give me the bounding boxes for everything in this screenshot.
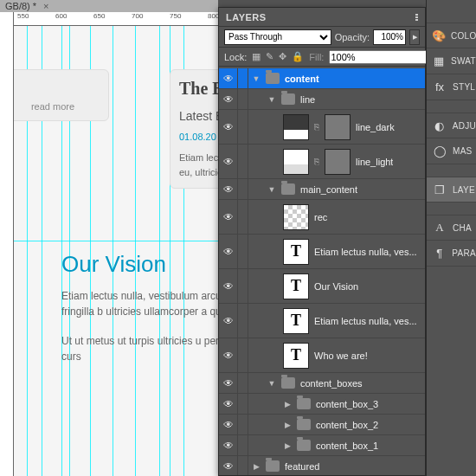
panel-tab-styles[interactable]: fxSTYL (427, 74, 476, 100)
lock-position-icon[interactable]: ✥ (279, 51, 286, 63)
twirl-right-icon[interactable] (283, 421, 292, 429)
visibility-icon[interactable]: 👁 (219, 415, 238, 434)
twirl-down-icon[interactable] (267, 95, 276, 104)
document-tab[interactable]: GB/8) * × (0, 0, 218, 12)
folder-icon (297, 419, 311, 430)
folder-icon (281, 183, 295, 195)
panel-tab-swatches[interactable]: ▦SWAT (427, 48, 476, 74)
folder-icon (297, 440, 311, 451)
fill-input[interactable] (329, 50, 439, 64)
mask-thumb (325, 114, 351, 140)
horizontal-ruler[interactable]: 550 600 650 700 750 800 (14, 12, 218, 26)
masks-icon: ◯ (432, 145, 447, 158)
layer-thumb (283, 149, 309, 175)
layers-options-row: Pass Through Opacity: ▶ (219, 27, 425, 48)
read-more-box[interactable]: read more (14, 69, 109, 121)
layer-group-main-content[interactable]: 👁 main_content (219, 179, 425, 200)
layer-text-who-we-are[interactable]: 👁 TWho we are! (219, 338, 425, 373)
tab-title: GB/8) * (5, 1, 36, 11)
blend-mode-select[interactable]: Pass Through (224, 29, 331, 45)
close-icon[interactable]: × (43, 1, 48, 11)
layer-group-cb2[interactable]: 👁 content_box_2 (219, 415, 425, 435)
panel-tab-character[interactable]: ACHA (427, 215, 476, 241)
layer-line-light[interactable]: 👁 ⎘line_light (219, 145, 425, 179)
text-layer-icon: T (283, 343, 309, 369)
visibility-icon[interactable]: 👁 (219, 110, 238, 144)
visibility-icon[interactable]: 👁 (219, 338, 238, 372)
link-icon: ⎘ (314, 157, 319, 166)
folder-icon (281, 93, 295, 105)
visibility-icon[interactable]: 👁 (219, 456, 238, 475)
layer-text-3[interactable]: 👁 TEtiam lectus nulla, ves... (219, 304, 425, 338)
layer-group-featured[interactable]: 👁 featured (219, 456, 425, 475)
text-layer-icon: T (283, 273, 309, 299)
vision-block: Our Vision Etiam lectus nulla, vestibulu… (61, 251, 218, 378)
panel-tab-masks[interactable]: ◯MAS (427, 138, 476, 164)
layer-text-1[interactable]: 👁 TEtiam lectus nulla, ves... (219, 235, 425, 269)
layers-tree[interactable]: 👁 content 👁 line 👁 ⎘line_dark 👁 ⎘line_li… (219, 68, 425, 475)
layer-group-cb3[interactable]: 👁 content_box_3 (219, 394, 425, 415)
opacity-arrow-icon[interactable]: ▶ (409, 29, 420, 45)
layer-line-dark[interactable]: 👁 ⎘line_dark (219, 110, 425, 145)
layer-group-line[interactable]: 👁 line (219, 89, 425, 110)
paragraph-icon: ¶ (432, 247, 447, 261)
twirl-down-icon[interactable] (267, 185, 276, 194)
layer-group-content-boxes[interactable]: 👁 content_boxes (219, 373, 425, 394)
visibility-icon[interactable]: 👁 (219, 89, 238, 109)
document-canvas[interactable]: GB/8) * × 550 600 650 700 750 800 read m… (0, 0, 218, 476)
adjust-icon: ◐ (432, 119, 447, 132)
folder-icon (281, 377, 295, 389)
color-icon: 🎨 (432, 29, 446, 42)
visibility-icon[interactable]: 👁 (219, 200, 238, 234)
layer-text-our-vision[interactable]: 👁 TOur Vision (219, 269, 425, 304)
panel-tab-paragraph[interactable]: ¶PARA (427, 241, 476, 267)
visibility-icon[interactable]: 👁 (219, 269, 238, 303)
layers-panel[interactable]: LAYERS Pass Through Opacity: ▶ Lock: ▦ ✎… (218, 7, 426, 476)
folder-icon (266, 73, 280, 84)
panel-tab-layers[interactable]: ❐LAYE (427, 177, 476, 203)
layers-icon: ❐ (432, 183, 447, 196)
visibility-icon[interactable]: 👁 (219, 373, 238, 393)
layer-group-cb1[interactable]: 👁 content_box_1 (219, 435, 425, 456)
text-layer-icon: T (283, 308, 309, 334)
twirl-down-icon[interactable] (267, 379, 276, 388)
visibility-icon[interactable]: 👁 (219, 235, 238, 268)
folder-icon (297, 398, 311, 409)
vertical-ruler[interactable] (0, 12, 14, 476)
visibility-icon[interactable]: 👁 (219, 435, 238, 455)
panel-title: LAYERS (226, 12, 267, 23)
visibility-icon[interactable]: 👁 (219, 68, 238, 88)
twirl-right-icon[interactable] (252, 462, 261, 471)
opacity-label: Opacity: (335, 32, 370, 42)
twirl-right-icon[interactable] (283, 400, 292, 408)
panel-tab-color[interactable]: 🎨COLO (427, 23, 476, 48)
fill-label: Fill: (309, 52, 324, 62)
visibility-icon[interactable]: 👁 (219, 145, 238, 178)
lock-transparent-icon[interactable]: ▦ (252, 51, 261, 63)
vision-heading: Our Vision (61, 251, 218, 278)
layers-titlebar[interactable]: LAYERS (219, 8, 425, 27)
layer-thumb (283, 204, 309, 230)
layer-group-content[interactable]: 👁 content (219, 68, 425, 89)
twirl-down-icon[interactable] (252, 74, 261, 83)
styles-icon: fx (432, 80, 447, 94)
text-layer-icon: T (283, 239, 309, 265)
artboard[interactable]: read more The Blo Latest Blo 01.08.20 Et… (14, 26, 218, 476)
link-icon: ⎘ (314, 122, 319, 132)
lock-pixels-icon[interactable]: ✎ (266, 51, 273, 63)
twirl-right-icon[interactable] (283, 441, 292, 450)
opacity-input[interactable] (373, 29, 406, 45)
right-panels-strip: 🎨COLO ▦SWAT fxSTYL ◐ADJU ◯MAS ❐LAYE ACHA… (426, 0, 476, 476)
layer-rec[interactable]: 👁 rec (219, 200, 425, 235)
lock-label: Lock: (224, 52, 247, 62)
folder-icon (266, 460, 280, 472)
mask-thumb (325, 149, 351, 175)
blog-title: The Blo (179, 79, 218, 99)
visibility-icon[interactable]: 👁 (219, 304, 238, 338)
blog-box: The Blo Latest Blo 01.08.20 Etiam lect e… (170, 69, 218, 189)
swatches-icon: ▦ (432, 55, 446, 68)
panel-tab-adjustments[interactable]: ◐ADJU (427, 113, 476, 138)
lock-all-icon[interactable]: 🔒 (292, 51, 304, 63)
visibility-icon[interactable]: 👁 (219, 394, 238, 414)
visibility-icon[interactable]: 👁 (219, 179, 238, 199)
